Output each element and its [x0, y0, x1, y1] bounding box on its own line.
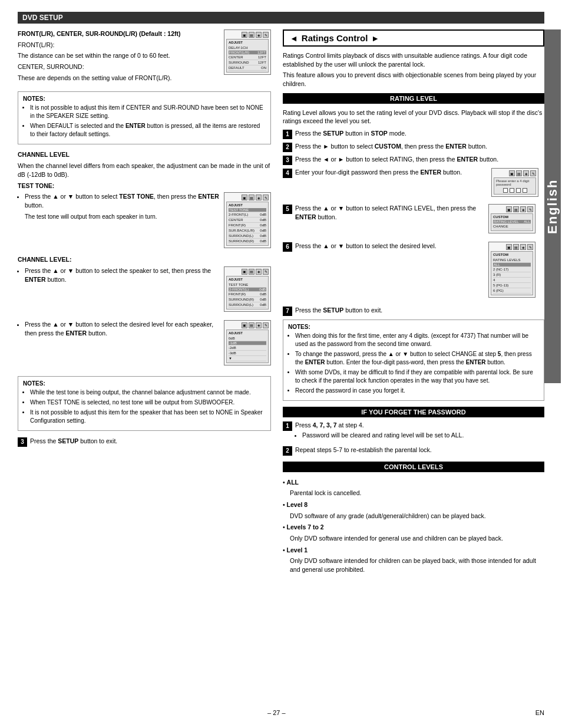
- rating-level-header: RATING LEVEL: [283, 93, 544, 104]
- step3-content: Press the SETUP button to exit.: [30, 437, 271, 446]
- cl-step1: Press the ▲ or ▼ button to select the sp…: [25, 266, 219, 284]
- rls-icon1: ▣: [506, 206, 512, 212]
- rating-notes-title: NOTES:: [288, 324, 539, 330]
- ps-icon1: ▣: [509, 170, 515, 176]
- ratings-intro-text1: Ratings Control limits playback of discs…: [283, 51, 544, 68]
- cs-icon1: ▣: [242, 269, 247, 275]
- forget-header: IF YOU FORGET THE PASSWORD: [283, 407, 544, 417]
- page-number-center: – 27 –: [267, 709, 286, 716]
- dls-icon2: ▤: [513, 244, 519, 250]
- cs-icon3: ◈: [256, 269, 262, 275]
- note-item-2-3: It is not possible to adjust this item f…: [30, 409, 266, 425]
- dvd-setup-header: DVD SETUP: [18, 12, 544, 24]
- tt-icon4: ✎: [263, 195, 269, 200]
- forget-step2: 2 Repeat steps 5-7 to re-establish the p…: [283, 446, 544, 456]
- level-all: • ALL Parental lock is cancelled.: [283, 478, 544, 498]
- channel-screen-content: ADJUST TEST TONE 2-FRONT(L)0dB FRONT(R)0…: [226, 276, 269, 309]
- tt-icon1: ▣: [242, 195, 247, 200]
- rls-icon2: ▤: [513, 206, 519, 212]
- page-footer: – 27 – EN: [0, 709, 562, 716]
- front-text3: These are depends on the setting value o…: [18, 74, 219, 83]
- channel-level-screen-content: ADJUST 0dB -1dB -2dB -3dB ▼: [226, 330, 269, 363]
- step-r7-content: Press the SETUP button to exit.: [295, 306, 544, 315]
- step-r6: 6 Press the ▲ or ▼ button to select the …: [283, 242, 484, 252]
- page-label-right: EN: [535, 709, 544, 716]
- step-r5: 5 Press the ▲ or ▼ button to select RATI…: [283, 204, 484, 221]
- ratings-intro-text2: This feature allows you to prevent discs…: [283, 71, 544, 88]
- control-levels-header: CONTROL LEVELS: [283, 462, 544, 472]
- notes-title-1: NOTES:: [23, 95, 266, 102]
- step-r6-content: Press the ▲ or ▼ button to select the de…: [295, 242, 484, 251]
- step-r1-num: 1: [283, 130, 292, 139]
- cs-icon2: ▤: [249, 269, 254, 275]
- forget-step2-num: 2: [283, 446, 292, 456]
- channel-level-list1: Press the ▲ or ▼ button to select the sp…: [18, 266, 219, 284]
- step-r4-num: 4: [283, 169, 292, 178]
- step-r5-row: 5 Press the ▲ or ▼ button to select RATI…: [283, 204, 544, 237]
- test-tone-list: Press the ▲ or ▼ button to select TEST T…: [18, 192, 219, 209]
- front-section: FRONT(L/R), CENTER, SUR-ROUND(L/R) (Defa…: [18, 29, 271, 84]
- level-7to2: • Levels 7 to 2 Only DVD software intend…: [283, 523, 544, 542]
- step-r4-content: Enter your four-digit password then pres…: [295, 168, 487, 177]
- password-screen: ▣ ▤ ◈ ✎ Please enter a 4 digit password: [491, 168, 538, 197]
- tt-icon2: ▤: [249, 195, 254, 200]
- rls-icon3: ◈: [520, 206, 526, 212]
- test-tone-heading: TEST TONE:: [18, 182, 54, 189]
- note-item-1-1: It is not possible to adjust this item i…: [30, 104, 266, 120]
- step-r7-num: 7: [283, 307, 292, 316]
- rating-level-screen: ▣ ▤ ◈ ✎ CUSTOM RATING LEVELALL CHANGE: [488, 204, 535, 233]
- rating-level-screen-content: CUSTOM RATING LEVELALL CHANGE: [491, 213, 533, 231]
- step-r1-content: Press the SETUP button in STOP mode.: [295, 129, 544, 138]
- rating-level-intro: Rating Level allows you to set the ratin…: [283, 108, 544, 126]
- right-column: Ratings Control Ratings Control limits p…: [283, 29, 544, 577]
- step-r5-content: Press the ▲ or ▼ button to select RATING…: [295, 204, 484, 221]
- channel-screen: ▣ ▤ ◈ ✎ ADJUST TEST TONE 2-FRONT(L)0dB F…: [224, 266, 271, 312]
- notes-list-1: It is not possible to adjust this item i…: [23, 104, 266, 139]
- step-r6-img: ▣ ▤ ◈ ✎ CUSTOM RATING LEVELS ALL 2 (NC-1…: [488, 242, 544, 301]
- notes-box-2: NOTES: While the test tone is being outp…: [18, 376, 271, 431]
- test-tone-step1: Press the ▲ or ▼ button to select TEST T…: [25, 192, 219, 209]
- cls-icon4: ✎: [263, 322, 269, 328]
- step-r6-row: 6 Press the ▲ or ▼ button to select the …: [283, 242, 544, 301]
- rating-note-2: To change the password, press the ▲ or ▼…: [295, 350, 539, 367]
- step-r6-text: 6 Press the ▲ or ▼ button to select the …: [283, 242, 484, 255]
- left-column: FRONT(L/R), CENTER, SUR-ROUND(L/R) (Defa…: [18, 29, 271, 577]
- step-r5-img: ▣ ▤ ◈ ✎ CUSTOM RATING LEVELALL CHANGE: [488, 204, 544, 237]
- step-r3: 3 Press the ◄ or ► button to select RATI…: [283, 155, 544, 165]
- main-content: FRONT(L/R), CENTER, SUR-ROUND(L/R) (Defa…: [18, 29, 544, 577]
- ps-icon4: ✎: [530, 170, 536, 176]
- rating-notes-list: When doing this for the first time, ente…: [288, 332, 539, 395]
- level-1: • Level 1 Only DVD software intended for…: [283, 546, 544, 574]
- channel-level-section: CHANNEL LEVEL When the channel level dif…: [18, 150, 271, 368]
- step3-num: 3: [18, 437, 27, 447]
- step-r2: 2 Press the ► button to select CUSTOM, t…: [283, 142, 544, 152]
- step-r7: 7 Press the SETUP button to exit.: [283, 306, 544, 316]
- cls-icon1: ▣: [242, 322, 247, 328]
- dls-icon3: ◈: [520, 244, 526, 250]
- language-label: English: [545, 179, 560, 233]
- language-sidebar: English: [544, 29, 561, 383]
- channel-level-list2: Press the ▲ or ▼ button to select the de…: [18, 320, 219, 337]
- notes-title-2: NOTES:: [23, 380, 266, 387]
- step-r2-num: 2: [283, 143, 292, 152]
- step-r5-num: 5: [283, 205, 292, 214]
- ps-icon2: ▤: [516, 170, 522, 176]
- control-levels-content: • ALL Parental lock is cancelled. • Leve…: [283, 478, 544, 574]
- front-text1: The distance can be set within the range…: [18, 51, 219, 60]
- test-tone-screen: ▣ ▤ ◈ ✎ ADJUST TEST TONE 2-FRONT(L)0dB C…: [224, 192, 271, 248]
- password-screen-content: Please enter a 4 digit password: [494, 177, 536, 195]
- channel-level-screen: ▣ ▤ ◈ ✎ ADJUST 0dB -1dB -2dB -3dB ▼: [224, 320, 271, 365]
- front-sub-heading: FRONT(L/R):: [18, 41, 219, 50]
- cl-step2: Press the ▲ or ▼ button to select the de…: [25, 320, 219, 337]
- channel-level-text: When the channel level differs from each…: [18, 162, 271, 179]
- ps-icon3: ◈: [523, 170, 529, 176]
- ratings-control-title: Ratings Control: [302, 33, 368, 43]
- forget-step1-num: 1: [283, 421, 292, 431]
- channel-level-heading: CHANNEL LEVEL: [18, 151, 70, 158]
- tt-icon3: ◈: [256, 195, 262, 200]
- front-heading: FRONT(L/R), CENTER, SUR-ROUND(L/R) (Defa…: [18, 30, 180, 37]
- rating-notes-box: NOTES: When doing this for the first tim…: [283, 319, 544, 401]
- dls-icon1: ▣: [506, 244, 512, 250]
- rating-note-4: Record the password in case you forget i…: [295, 387, 539, 395]
- step-r5-text: 5 Press the ▲ or ▼ button to select RATI…: [283, 204, 484, 224]
